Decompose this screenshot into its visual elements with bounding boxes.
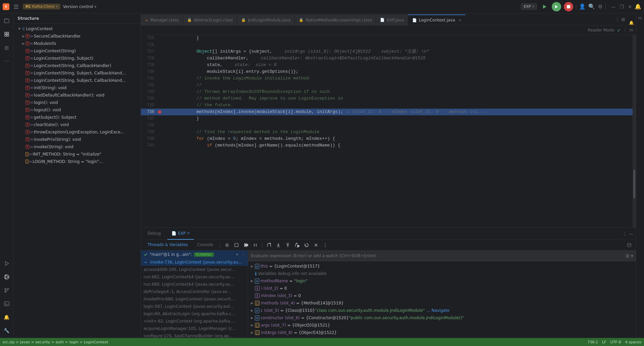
thread-dropdown-btn[interactable]: ⋮: [241, 252, 245, 257]
project-badge[interactable]: KC Kafka-Client ▾: [23, 4, 60, 9]
notifications-bell[interactable]: 🔔: [635, 3, 641, 10]
activity-git[interactable]: [1, 284, 13, 296]
tree-item[interactable]: R m LoginContext(String): [13, 47, 141, 55]
settings-icon[interactable]: ⚙: [598, 3, 602, 10]
tabs-more-btn[interactable]: ⋮: [615, 17, 620, 22]
tree-item[interactable]: i m INIT_METHOD: String = "initialize": [13, 151, 141, 158]
debug-tool-resume[interactable]: [242, 241, 250, 249]
frame-item-8[interactable]: <init>:62, LoginContext (org.apache.kafk…: [141, 318, 248, 325]
status-indent[interactable]: 4 spaces: [625, 340, 642, 344]
frame-item-6[interactable]: login:587, LoginContext (javax.security.…: [141, 303, 248, 310]
tree-item[interactable]: i m LOGIN_METHOD: String = "login"...: [13, 158, 141, 165]
frame-item-10[interactable]: configure:170, SaslChannelBuilder (org.a…: [141, 332, 248, 338]
status-position[interactable]: 736:1: [587, 340, 598, 344]
console-tab[interactable]: Console: [193, 239, 217, 251]
tree-item[interactable]: R m LoginContext(String, Subject, Callba…: [13, 77, 141, 84]
frame-item-2[interactable]: run:682, LoginContext$4 (javax.security.…: [141, 273, 248, 281]
debug-tool-pause[interactable]: [251, 241, 259, 249]
tab-jndi[interactable]: 🔒 JndiLoginModule.java: [237, 14, 295, 25]
tree-item[interactable]: ▶ R m ModuleInfo: [13, 40, 141, 47]
debug-tool-run-cursor[interactable]: [293, 241, 301, 249]
hamburger-menu[interactable]: [12, 3, 20, 11]
tab-logincontext[interactable]: 📄 LoginContext.java ✕: [408, 14, 466, 25]
debug-tool-step-over[interactable]: [265, 241, 273, 249]
debug-tab-debug[interactable]: Debug: [144, 228, 165, 240]
frame-item-4[interactable]: doPrivileged:-1, AccessController (java.…: [141, 288, 248, 295]
eval-expand-btn[interactable]: ⊞: [626, 253, 630, 258]
var-methodname[interactable]: ▶ o methodName = "login": [248, 277, 636, 285]
run-button[interactable]: [540, 2, 549, 11]
right-sidebar-btn-1[interactable]: m: [637, 15, 644, 21]
tree-item[interactable]: ▶ R m SecureCallbackHandler: [13, 33, 141, 40]
tree-item[interactable]: R m throwException(LoginException, Login…: [13, 128, 141, 136]
tab-logincontext-close[interactable]: ✕: [459, 18, 461, 22]
frame-item-9[interactable]: acquireLoginManager:105, LoginManager (c…: [141, 325, 248, 332]
tree-item[interactable]: R m loadDefaultCallbackHandler(): void: [13, 92, 141, 99]
minimize-button[interactable]: —: [611, 4, 616, 9]
frame-item-7[interactable]: login:60, AbstractLogin (org.apache.kafk…: [141, 310, 248, 318]
var-c-navigate[interactable]: … Navigate: [426, 308, 450, 313]
tab-native[interactable]: 🔒 NativeMethodAccessorImpl.class: [295, 14, 376, 25]
var-c[interactable]: ▶ o c (slot_5) = {Class@1510} "class com…: [248, 307, 636, 314]
stop-button[interactable]: [564, 2, 573, 11]
debug-tool-stop[interactable]: [232, 241, 240, 249]
frame-item-1[interactable]: access$000:195, LoginContext (javax.secu…: [141, 266, 248, 273]
activity-debug-active[interactable]: [1, 271, 13, 283]
tree-root-item[interactable]: ▼ C LoginContext: [13, 25, 141, 33]
activity-more[interactable]: ···: [1, 55, 13, 67]
var-methods[interactable]: ▶ [] methods (slot_4) = {Method[14]@1519…: [248, 299, 636, 307]
var-args[interactable]: ▶ [] args (slot_7) = {Object[0]@1521}: [248, 322, 636, 329]
tree-item[interactable]: R m login(): void: [13, 99, 141, 106]
frame-item-0[interactable]: → invoke:736, LoginContext (javax.securi…: [141, 258, 248, 266]
debug-tool-settings[interactable]: [223, 241, 231, 249]
tab-exp[interactable]: 📄 EXP.java: [376, 14, 408, 25]
debug-tab-exp-close[interactable]: ✕: [187, 231, 190, 235]
tree-item[interactable]: R m LoginContext(String, Subject): [13, 55, 141, 62]
tabs-split-btn[interactable]: ⊞: [621, 17, 625, 22]
threads-variables-tab[interactable]: Threads & Variables: [144, 239, 192, 251]
restore-button[interactable]: ❐: [620, 4, 624, 9]
editor-scrollbar[interactable]: [633, 35, 636, 227]
tree-item[interactable]: R m getSubject(): Subject: [13, 114, 141, 121]
tree-item[interactable]: R m invoke(String): void: [13, 143, 141, 151]
tab-manager[interactable]: ☕ Manager.class: [141, 14, 183, 25]
activity-structure[interactable]: [1, 28, 13, 40]
user-icon[interactable]: 👤: [579, 3, 586, 10]
activity-terminal[interactable]: [1, 298, 13, 310]
activity-notifications[interactable]: 🔔: [1, 311, 13, 323]
tree-item[interactable]: R m LoginContext(String, Subject, Callba…: [13, 69, 141, 77]
close-button[interactable]: ✕: [628, 4, 632, 9]
debug-tool-more[interactable]: ⋮: [321, 241, 329, 249]
frame-item-5[interactable]: invokePriv:680, LoginContext (javax.secu…: [141, 295, 248, 303]
var-i[interactable]: i i (slot_2) = 0: [248, 285, 636, 292]
activity-plugins[interactable]: ⊞: [1, 42, 13, 54]
editor-notifications-icon[interactable]: 🔔: [629, 20, 634, 25]
activity-wrench[interactable]: 🔧: [1, 325, 13, 337]
var-mindex[interactable]: i mIndex (slot_3) = 0: [248, 292, 636, 299]
editor-right-sidebar-toggle[interactable]: m: [629, 28, 633, 33]
debug-tool-step-into[interactable]: [274, 241, 282, 249]
version-control-btn[interactable]: Version control ▾: [63, 4, 97, 9]
run-config-dropdown[interactable]: EXP ▾: [521, 3, 537, 10]
var-initargs[interactable]: ▶ [] initArgs (slot_8) = {Object[4]@1522…: [248, 329, 636, 336]
thread-filter-btn[interactable]: ▾: [236, 252, 238, 257]
frame-item-3[interactable]: run:680, LoginContext$4 (javax.security.…: [141, 281, 248, 288]
breakpoint-indicator[interactable]: [158, 110, 161, 114]
activity-run[interactable]: [1, 257, 13, 270]
debug-expand-panel[interactable]: [625, 241, 633, 249]
eval-input[interactable]: [251, 253, 626, 258]
activity-folder[interactable]: [1, 15, 13, 27]
tree-item[interactable]: R m init(String): void: [13, 84, 141, 92]
var-this[interactable]: ▶ o this = {LoginContext@1517}: [248, 263, 636, 270]
debug-tool-reset[interactable]: [303, 241, 311, 249]
tree-item[interactable]: R m LoginContext(String, CallbackHandler…: [13, 62, 141, 69]
thread-running-row[interactable]: "main"@1 in g...ain": RUNNING ▾ ⋮: [141, 250, 248, 258]
debug-tool-step-out[interactable]: [284, 241, 292, 249]
debug-tab-exp[interactable]: 📄 EXP ✕: [167, 228, 194, 240]
debug-minimize-btn[interactable]: —: [629, 231, 633, 236]
tree-item[interactable]: R m invokePriv(String): void: [13, 136, 141, 143]
eval-more-btn[interactable]: ▾: [631, 253, 633, 258]
status-encoding[interactable]: UTF-8: [610, 340, 621, 344]
debug-run-button[interactable]: [552, 2, 561, 11]
tree-item[interactable]: R m logout(): void: [13, 106, 141, 114]
